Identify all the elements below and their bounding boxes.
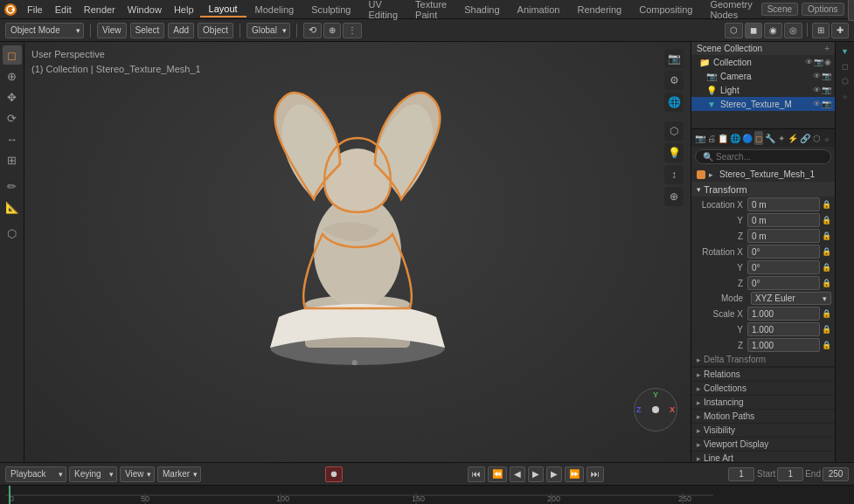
select-menu[interactable]: Select: [130, 23, 165, 38]
tab-texture-paint[interactable]: Texture Paint: [406, 0, 455, 22]
rotation-mode-dropdown[interactable]: XYZ Euler: [751, 292, 831, 305]
rotation-y-lock-icon[interactable]: 🔒: [822, 263, 831, 272]
viewport-icon-origins[interactable]: ⊕: [664, 187, 684, 206]
line-art-section[interactable]: Line Art: [691, 451, 835, 462]
light-render-icon[interactable]: 📷: [822, 86, 831, 94]
tab-geometry-nodes[interactable]: Geometry Nodes: [701, 0, 760, 22]
collection-select-icon[interactable]: ◉: [824, 58, 831, 66]
snap-btn[interactable]: ⟲: [303, 23, 322, 38]
tool-move[interactable]: ✥: [3, 87, 22, 107]
tab-layout[interactable]: Layout: [200, 2, 246, 17]
mesh-eye-icon[interactable]: 👁: [813, 100, 821, 108]
tool-scale[interactable]: ↔: [3, 129, 22, 148]
tab-sculpting[interactable]: Sculpting: [302, 3, 359, 17]
viewport-icon-light[interactable]: 💡: [664, 143, 684, 162]
jump-start-btn[interactable]: ⏮: [468, 466, 485, 482]
prev-keyframe-btn[interactable]: ⏪: [488, 466, 507, 482]
props-icon-mesh[interactable]: ⬡: [839, 75, 851, 87]
play-btn[interactable]: ▶: [528, 466, 544, 482]
prop-icon-particles[interactable]: ✦: [777, 131, 786, 145]
transform-dropdown[interactable]: Global: [246, 23, 290, 38]
menu-edit[interactable]: Edit: [49, 3, 78, 17]
motion-paths-section[interactable]: Motion Paths: [691, 409, 835, 423]
location-z-value[interactable]: 0 m: [747, 229, 820, 243]
blender-logo[interactable]: [3, 2, 17, 17]
marker-dropdown[interactable]: Marker: [157, 466, 201, 482]
scale-y-value[interactable]: 1.000: [747, 322, 820, 336]
prop-icon-object[interactable]: ◻: [754, 131, 763, 145]
location-y-value[interactable]: 0 m: [747, 213, 820, 227]
next-frame-btn[interactable]: ▶: [546, 466, 562, 482]
prop-icon-scene[interactable]: 🌐: [730, 131, 740, 145]
location-z-lock-icon[interactable]: 🔒: [822, 231, 831, 240]
view-menu[interactable]: View: [97, 23, 127, 38]
delta-transform-row[interactable]: Delta Transform: [691, 353, 835, 366]
collection-item-mesh[interactable]: ▼ Stereo_Texture_M 👁 📷: [691, 97, 835, 111]
add-collection-icon[interactable]: +: [824, 44, 830, 53]
tab-rendering[interactable]: Rendering: [568, 3, 630, 17]
transform-btn[interactable]: ⋮: [343, 23, 362, 38]
visibility-section[interactable]: Visibility: [691, 423, 835, 437]
tab-modeling[interactable]: Modeling: [246, 3, 303, 17]
viewport-shading-solid[interactable]: ◼: [745, 23, 762, 38]
3d-viewport[interactable]: ⊕ User Perspective (1) Collection | Ster…: [24, 42, 691, 462]
tab-uv-editing[interactable]: UV Editing: [359, 0, 406, 22]
prop-icon-render[interactable]: 📷: [695, 131, 705, 145]
relations-section[interactable]: Relations: [691, 367, 835, 381]
mesh-render-icon[interactable]: 📷: [822, 100, 831, 108]
prev-frame-btn[interactable]: ◀: [510, 466, 525, 482]
playback-dropdown[interactable]: Playback: [5, 466, 66, 482]
rotation-z-lock-icon[interactable]: 🔒: [822, 279, 831, 287]
collection-item-camera[interactable]: 📷 Camera 👁 📷: [691, 69, 835, 83]
scale-z-lock-icon[interactable]: 🔒: [822, 341, 831, 349]
tab-shading[interactable]: Shading: [455, 3, 508, 17]
transform-section-header[interactable]: Transform: [691, 183, 835, 197]
current-frame-display[interactable]: 1: [728, 467, 754, 481]
overlay-btn[interactable]: ⊞: [812, 23, 830, 38]
options-btn[interactable]: Options: [802, 3, 844, 16]
menu-window[interactable]: Window: [122, 3, 168, 17]
menu-help[interactable]: Help: [168, 3, 200, 17]
prop-icon-modifier[interactable]: 🔧: [765, 131, 775, 145]
tool-add-cube[interactable]: ⬡: [3, 224, 22, 243]
prop-icon-material[interactable]: ⬦: [823, 131, 831, 145]
prop-icon-view-layer[interactable]: 📋: [718, 131, 728, 145]
tab-animation[interactable]: Animation: [509, 3, 569, 17]
collection-camera-icon[interactable]: 📷: [814, 58, 823, 66]
collection-item-collection[interactable]: 📁 Collection 👁 📷 ◉: [691, 55, 835, 69]
tool-rotate[interactable]: ⟳: [3, 108, 22, 128]
viewport-icon-camera[interactable]: 📷: [664, 49, 684, 68]
prop-icon-constraints[interactable]: 🔗: [800, 131, 810, 145]
mode-selector[interactable]: Object Mode: [5, 23, 84, 38]
rotation-x-lock-icon[interactable]: 🔒: [822, 247, 831, 256]
collection-eye-icon[interactable]: 👁: [805, 58, 813, 66]
record-btn[interactable]: ⏺: [325, 466, 343, 482]
prop-icon-data[interactable]: ⬡: [812, 131, 821, 145]
prop-icon-physics[interactable]: ⚡: [788, 131, 798, 145]
tool-cursor[interactable]: ⊕: [3, 66, 22, 86]
viewport-shading-material[interactable]: ◉: [764, 23, 782, 38]
collection-item-light[interactable]: 💡 Light 👁 📷: [691, 83, 835, 97]
jump-end-btn[interactable]: ⏭: [587, 466, 604, 482]
rotation-z-value[interactable]: 0°: [747, 276, 820, 290]
gizmo-btn[interactable]: ✚: [831, 23, 849, 38]
timeline-bar[interactable]: 0 50 100 150 200 250: [0, 485, 854, 504]
tool-select[interactable]: ◻: [3, 45, 22, 65]
next-keyframe-btn[interactable]: ⏩: [565, 466, 584, 482]
viewport-icon-filter[interactable]: ⬡: [664, 121, 684, 141]
viewport-icon-scene[interactable]: ⚙: [664, 71, 684, 90]
viewport-gizmo[interactable]: X Y Z: [629, 383, 682, 436]
proportional-btn[interactable]: ⊕: [323, 23, 341, 38]
camera-render-icon[interactable]: 📷: [822, 72, 831, 80]
properties-search-input[interactable]: [716, 152, 823, 162]
location-x-lock-icon[interactable]: 🔒: [822, 200, 831, 209]
props-icon-material-slot[interactable]: ⬦: [839, 90, 851, 102]
keying-dropdown[interactable]: Keying: [69, 466, 117, 482]
object-menu[interactable]: Object: [198, 23, 233, 38]
scale-x-lock-icon[interactable]: 🔒: [822, 309, 831, 318]
add-menu[interactable]: Add: [168, 23, 194, 38]
scale-x-value[interactable]: 1.000: [747, 307, 820, 321]
obj-expand-icon[interactable]: ▸: [709, 170, 713, 179]
rotation-x-value[interactable]: 0°: [747, 245, 820, 259]
tab-compositing[interactable]: Compositing: [630, 3, 701, 17]
